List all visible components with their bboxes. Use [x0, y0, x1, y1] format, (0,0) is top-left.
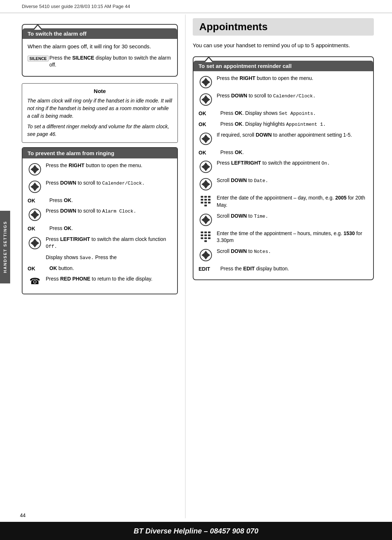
svg-rect-57: [201, 199, 203, 201]
svg-point-47: [204, 165, 208, 169]
svg-rect-78: [208, 237, 211, 239]
reminder-step-12: Scroll DOWN to Notes.: [199, 248, 368, 262]
svg-rect-62: [208, 202, 211, 203]
reminder-step-11-text: Enter the time of the appointment – hour…: [217, 230, 368, 244]
nav-icon-6: [28, 237, 42, 250]
prevent-alarm-body: Press the RIGHT button to open the menu.: [23, 158, 177, 294]
silence-bold: SILENCE: [72, 55, 94, 61]
reminder-step-2-text: Press DOWN to scroll to Calender/Clock.: [217, 92, 368, 100]
nav-icon-1: [28, 163, 42, 176]
svg-point-85: [204, 253, 208, 257]
prevent-step-7-text: Display shows Save. Press the: [46, 254, 172, 261]
reminder-step-8: Scroll DOWN to Date.: [199, 177, 368, 191]
prevent-step-2: Press DOWN to scroll to Calender/Clock.: [28, 180, 172, 193]
svg-marker-16: [36, 213, 39, 217]
nav-icon-r12: [199, 249, 213, 262]
prevent-step-1-text: Press the RIGHT button to open the menu.: [46, 162, 172, 169]
note-title: Note: [27, 88, 172, 94]
nav-button-svg-2: [28, 180, 41, 193]
reminder-step-9: Enter the date of the appointment – day,…: [199, 194, 368, 209]
svg-point-17: [33, 213, 37, 217]
keypad-icon-r11: [199, 231, 213, 242]
reminder-step-3-text: Press OK. Display shows Set Appoints.: [220, 110, 368, 117]
reminder-step-4: OK Press OK. Display highlights Appointm…: [199, 121, 368, 128]
prevent-step-6: Press LEFT/RIGHT to switch the alarm clo…: [28, 236, 172, 250]
keypad-svg-r9: [200, 195, 212, 207]
svg-rect-77: [204, 237, 207, 239]
svg-marker-84: [207, 253, 210, 257]
edit-label-r13: EDIT: [199, 266, 217, 272]
prevent-step-9: ☎ Press RED PHONE to return to the idle …: [28, 275, 172, 286]
prevent-step-5-text: Press OK.: [49, 225, 172, 232]
svg-marker-22: [36, 241, 39, 245]
keypad-icon-r9: [199, 195, 213, 207]
phone-symbol: ☎: [29, 276, 40, 286]
silence-instruction: Press the SILENCE display button to swit…: [49, 55, 172, 69]
note-box: Note The alarm clock will ring only if t…: [22, 83, 178, 143]
set-reminder-title: To set an appointment reminder call: [193, 61, 373, 71]
nav-svg-r12: [199, 249, 212, 262]
nav-icon-4: [28, 208, 42, 221]
prevent-step-6-text: Press LEFT/RIGHT to switch the alarm clo…: [46, 236, 172, 250]
svg-rect-55: [204, 196, 207, 198]
prevent-step-3-text: Press OK.: [49, 197, 172, 204]
svg-rect-74: [204, 234, 207, 236]
svg-marker-40: [207, 137, 210, 141]
right-column: Appointments You can use your handset to…: [185, 15, 381, 518]
note-italic1: The alarm clock will ring only if the ha…: [27, 97, 172, 120]
reminder-step-7: Press LEFT/RIGHT to switch the appointme…: [199, 160, 368, 173]
reminder-step-12-text: Scroll DOWN to Notes.: [217, 248, 368, 255]
phone-icon: ☎: [28, 276, 42, 286]
svg-point-11: [33, 185, 37, 189]
svg-marker-3: [30, 167, 33, 172]
svg-rect-72: [208, 231, 211, 233]
svg-marker-39: [201, 137, 204, 141]
svg-marker-83: [201, 253, 204, 257]
ok-label-r3: OK: [199, 110, 217, 116]
prevent-step-2-text: Press DOWN to scroll to Calender/Clock.: [46, 180, 172, 187]
appointments-intro: You can use your handset to remind you o…: [193, 41, 374, 50]
ok-label-r4: OK: [199, 121, 217, 127]
reminder-step-1-text: Press the RIGHT button to open the menu.: [217, 75, 368, 82]
reminder-step-8-text: Scroll DOWN to Date.: [217, 177, 368, 184]
side-tab: Handset Settings: [0, 211, 10, 283]
ok-label-3: OK: [28, 198, 46, 203]
footer-text: BT Diverse Helpline – 08457 908 070: [134, 527, 258, 535]
reminder-step-13-text: Press the EDIT display button.: [220, 265, 368, 273]
ok-label-5: OK: [28, 226, 46, 231]
header-text: Diverse 5410 user guide 22/8/03 10:15 AM…: [22, 4, 130, 9]
switch-alarm-box: To switch the alarm off When the alarm g…: [22, 24, 178, 77]
svg-marker-28: [207, 80, 210, 84]
prevent-step-7: Display shows Save. Press the: [28, 254, 172, 261]
prevent-step-4-text: Press DOWN to scroll to Alarm Clock.: [46, 207, 172, 215]
reminder-step-4-text: Press OK. Display highlights Appointment…: [220, 121, 368, 128]
svg-rect-56: [208, 196, 211, 198]
svg-marker-15: [30, 213, 33, 217]
switch-alarm-text1: When the alarm goes off, it will ring fo…: [28, 43, 172, 51]
reminder-step-6: OK Press OK.: [199, 149, 368, 156]
prevent-step-9-text: Press RED PHONE to return to the idle di…: [46, 275, 172, 283]
reminder-step-2: Press DOWN to scroll to Calender/Clock.: [199, 92, 368, 106]
svg-marker-21: [30, 241, 33, 245]
silence-row: SILENCE Press the SILENCE display button…: [28, 55, 172, 69]
svg-rect-70: [201, 231, 203, 233]
prevent-step-5: OK Press OK.: [28, 225, 172, 232]
reminder-step-9-text: Enter the date of the appointment – day,…: [217, 194, 368, 209]
svg-marker-67: [201, 218, 204, 222]
svg-rect-73: [201, 234, 203, 236]
svg-marker-45: [201, 165, 204, 169]
nav-button-svg-6: [28, 237, 41, 250]
prevent-step-1: Press the RIGHT button to open the menu.: [28, 162, 172, 176]
svg-rect-63: [204, 205, 207, 206]
switch-alarm-title: To switch the alarm off: [23, 28, 177, 39]
reminder-step-5-text: If required, scroll DOWN to another appo…: [217, 132, 368, 139]
svg-marker-4: [36, 167, 39, 172]
keypad-svg-r11: [200, 231, 212, 242]
svg-point-29: [204, 80, 208, 84]
nav-icon-r2: [199, 93, 213, 106]
svg-rect-61: [204, 202, 207, 203]
nav-icon-r1: [199, 76, 213, 89]
svg-marker-33: [201, 97, 204, 102]
svg-marker-9: [30, 185, 33, 189]
svg-marker-51: [201, 182, 204, 186]
